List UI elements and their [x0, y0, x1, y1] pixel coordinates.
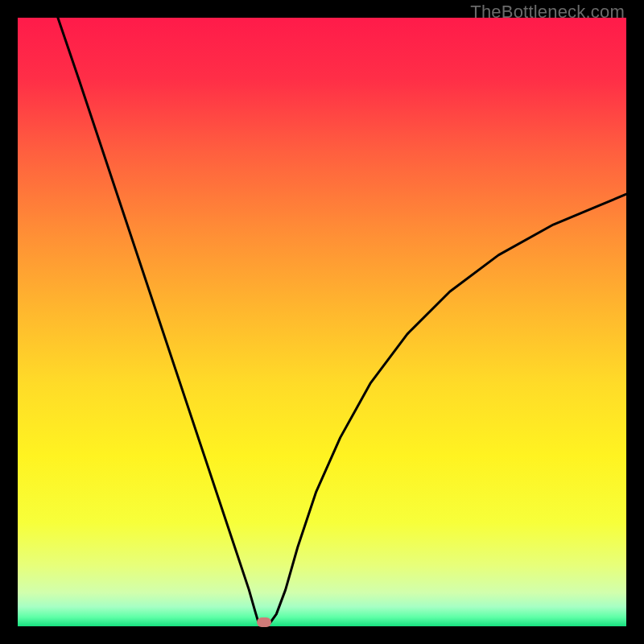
watermark-text: TheBottleneck.com [470, 2, 625, 23]
chart-background [18, 18, 626, 626]
chart-svg [18, 18, 626, 626]
minimum-marker [257, 617, 271, 627]
chart-frame [18, 18, 626, 626]
